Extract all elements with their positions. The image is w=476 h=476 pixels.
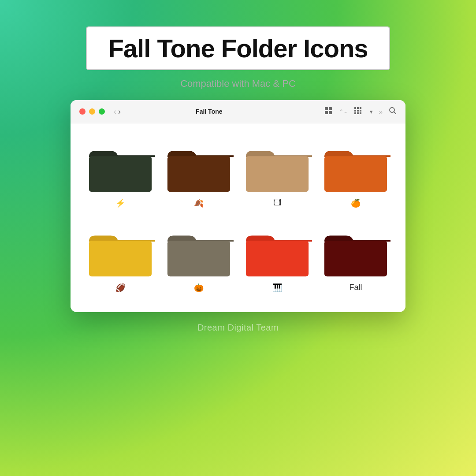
folder-grid: ⚡🍂🎞🍊🏈🎃🎹Fall [83, 134, 393, 300]
svg-rect-21 [246, 241, 309, 276]
folder-svg-orange [321, 138, 390, 196]
title-box: Fall Tone Folder Icons [86, 26, 390, 70]
folder-svg-red [242, 223, 312, 280]
svg-rect-10 [354, 112, 356, 114]
folder-item-orange[interactable]: 🍊 [318, 134, 393, 215]
folder-label-red: 🎹 [272, 283, 282, 295]
folder-icon-brown[interactable] [164, 138, 234, 196]
svg-rect-3 [329, 111, 332, 114]
svg-rect-1 [329, 107, 332, 110]
folder-svg-dark-red [321, 223, 390, 280]
folder-icon-dark-green[interactable] [86, 138, 155, 196]
svg-rect-8 [357, 110, 359, 112]
folder-item-tan[interactable]: 🎞 [240, 134, 315, 215]
titlebar: ‹ › Fall Tone ⌃⌄ [71, 100, 405, 123]
brand-text: Dream Digital Team [197, 323, 279, 333]
page-title: Fall Tone Folder Icons [108, 33, 368, 63]
svg-line-14 [394, 112, 396, 114]
folder-icon-taupe[interactable] [164, 223, 234, 280]
subtitle: Compatible with Mac & PC [180, 78, 296, 89]
folder-label-tan: 🎞 [273, 198, 281, 211]
svg-rect-2 [325, 111, 328, 114]
svg-rect-12 [360, 112, 361, 114]
folder-label-taupe: 🎃 [194, 283, 204, 295]
svg-rect-6 [360, 107, 361, 109]
folder-item-dark-red[interactable]: Fall [318, 219, 393, 300]
folder-svg-taupe [164, 223, 234, 280]
content-area: ⚡🍂🎞🍊🏈🎃🎹Fall [71, 123, 405, 312]
minimize-button[interactable] [89, 108, 95, 115]
svg-rect-9 [360, 110, 361, 112]
mac-window: ‹ › Fall Tone ⌃⌄ [71, 100, 405, 312]
folder-svg-brown [164, 138, 234, 196]
folder-item-yellow[interactable]: 🏈 [83, 219, 158, 300]
folder-item-taupe[interactable]: 🎃 [161, 219, 236, 300]
svg-rect-15 [89, 156, 152, 192]
toolbar-right: ⌃⌄ ▾ » [324, 106, 397, 117]
svg-rect-19 [89, 241, 152, 276]
svg-rect-22 [324, 241, 387, 276]
folder-label-dark-green: ⚡ [115, 198, 125, 211]
search-icon[interactable] [389, 107, 397, 116]
svg-rect-0 [325, 107, 328, 110]
svg-rect-16 [167, 156, 230, 192]
folder-svg-yellow [86, 223, 155, 280]
folder-icon-orange[interactable] [321, 138, 390, 196]
sort-chevron-icon[interactable]: ⌃⌄ [339, 108, 348, 115]
folder-icon-dark-red[interactable] [321, 223, 390, 280]
svg-rect-17 [246, 156, 309, 192]
list-view-icon[interactable] [354, 106, 364, 117]
folder-svg-dark-green [86, 138, 155, 196]
folder-label-orange: 🍊 [351, 198, 361, 211]
svg-rect-5 [357, 107, 359, 109]
folder-label-dark-red: Fall [349, 283, 362, 295]
folder-svg-tan [242, 138, 312, 196]
folder-item-brown[interactable]: 🍂 [161, 134, 236, 215]
folder-icon-tan[interactable] [242, 138, 312, 196]
chevron-down-icon[interactable]: ▾ [370, 108, 373, 115]
close-button[interactable] [79, 108, 86, 115]
folder-item-red[interactable]: 🎹 [240, 219, 315, 300]
folder-item-dark-green[interactable]: ⚡ [83, 134, 158, 215]
folder-label-yellow: 🏈 [115, 283, 125, 295]
svg-rect-11 [357, 112, 359, 114]
window-folder-name: Fall Tone [99, 108, 320, 115]
svg-rect-7 [354, 110, 356, 112]
svg-rect-18 [324, 156, 387, 192]
folder-label-brown: 🍂 [194, 198, 204, 211]
svg-rect-20 [167, 241, 230, 276]
grid-view-icon[interactable] [324, 106, 333, 117]
more-icon[interactable]: » [379, 108, 383, 115]
folder-icon-red[interactable] [242, 223, 312, 280]
svg-rect-4 [354, 107, 356, 109]
folder-icon-yellow[interactable] [86, 223, 155, 280]
